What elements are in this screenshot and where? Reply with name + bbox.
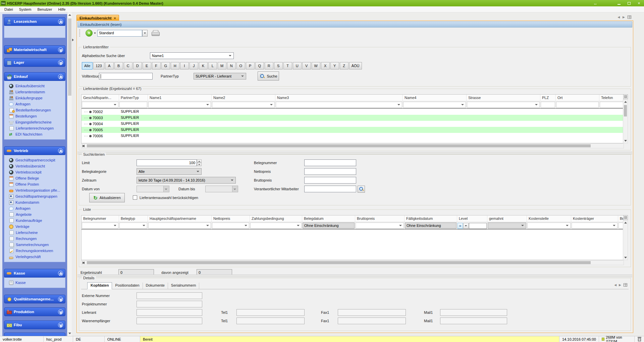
mitarbeiter-lookup-button[interactable]	[358, 186, 365, 193]
sidebar-section-materialwirtschaft[interactable]: Materialwirtschaft	[4, 45, 65, 54]
alpha-field-combo[interactable]: Name1	[150, 52, 234, 59]
filter-input[interactable]	[541, 102, 555, 108]
faelligkeitsdatum-filter[interactable]: Ohne Einschränkung	[405, 223, 457, 229]
filter-input[interactable]	[119, 102, 147, 108]
sidebar-item[interactable]: Anfragen	[5, 101, 64, 107]
menu-benutzer[interactable]: Benutzer	[34, 6, 55, 12]
supplier-vscrollbar[interactable]	[623, 99, 628, 143]
alpha-filter-button[interactable]: M	[218, 62, 226, 69]
add-dropdown-icon[interactable]	[94, 33, 96, 34]
column-header[interactable]: Belegtyp	[119, 215, 148, 222]
tab-list-icon[interactable]	[624, 283, 627, 287]
column-header[interactable]: Belegdatum	[302, 215, 355, 222]
column-header[interactable]: PLZ	[540, 95, 556, 101]
expand-chevron-icon[interactable]	[58, 323, 63, 328]
alpha-filter-button[interactable]: E	[143, 62, 151, 69]
sidebar-item[interactable]: Lieferscheine	[5, 230, 64, 236]
suche-button[interactable]: Suche	[258, 71, 279, 81]
alpha-filter-button[interactable]: I	[180, 62, 189, 69]
alpha-filter-button[interactable]: C	[124, 62, 132, 69]
column-header[interactable]: gemahnt	[487, 215, 527, 222]
details-tab[interactable]: Dokumente	[143, 283, 168, 289]
column-header[interactable]: PartnerTyp	[119, 95, 148, 101]
alpha-filter-button[interactable]: L	[208, 62, 217, 69]
alpha-filter-button[interactable]: W	[312, 62, 320, 69]
column-header[interactable]: Name2	[212, 95, 275, 101]
alpha-filter-button[interactable]: K	[199, 62, 208, 69]
warenempfaenger-field[interactable]	[137, 317, 202, 324]
warenempfaenger-tel1-field[interactable]	[236, 317, 305, 324]
sidebar-section-einkauf[interactable]: Einkauf	[4, 72, 65, 81]
alpha-filter-button[interactable]: D	[133, 62, 142, 69]
alpha-filter-button[interactable]: R	[265, 62, 273, 69]
alpha-filter-button[interactable]: F	[152, 62, 161, 69]
sidebar-splitter[interactable]	[72, 12, 74, 336]
horizontal-splitter[interactable]	[77, 152, 632, 154]
column-chooser-button[interactable]	[623, 94, 628, 99]
sidebar-item[interactable]: Einkäufergruppe	[5, 95, 64, 101]
sidebar-section-vertrieb[interactable]: Vertrieb	[4, 146, 65, 155]
supplier-row[interactable]: 70002 SUPPLIER	[82, 109, 624, 115]
filter-combo[interactable]	[467, 102, 540, 108]
scrollbar-thumb[interactable]	[624, 105, 627, 116]
level-operator-button[interactable]: =	[458, 223, 463, 229]
column-header[interactable]: Kostenstelle	[527, 215, 571, 222]
menu-datei[interactable]: Datei	[1, 6, 16, 12]
column-header[interactable]: Belegnummer	[82, 215, 119, 222]
supplier-hscrollbar[interactable]	[81, 143, 624, 148]
alpha-filter-button[interactable]: U	[293, 62, 302, 69]
level-operator-dropdown-icon[interactable]	[463, 223, 469, 229]
column-header[interactable]: Nettopreis	[212, 215, 250, 222]
sidebar-section-lesezeichen[interactable]: Lesezeichen	[4, 17, 65, 26]
alpha-filter-button[interactable]: B	[114, 62, 123, 69]
column-header[interactable]: Telefon	[599, 95, 624, 101]
horizontal-splitter[interactable]	[77, 275, 632, 277]
bruttopreis-input[interactable]	[304, 177, 356, 184]
column-header[interactable]: Name4	[403, 95, 467, 101]
sidebar-item[interactable]: Vertriebsorganisation pfle...	[5, 187, 64, 193]
filter-combo[interactable]	[82, 223, 118, 229]
sidebar-item[interactable]: Anfragen	[5, 205, 64, 211]
spin-up-icon[interactable]	[197, 159, 202, 163]
expand-chevron-icon[interactable]	[58, 47, 63, 52]
sidebar-item[interactable]: Kundenaufträge	[5, 217, 64, 224]
sidebar-item[interactable]: Lieferantenrechnungen	[5, 125, 64, 131]
sidebar-item[interactable]: Offene Belege	[5, 175, 64, 181]
sidebar-item[interactable]: Kasse	[5, 280, 64, 286]
mitarbeiter-input[interactable]	[304, 186, 356, 192]
scroll-right-icon[interactable]	[83, 261, 84, 264]
sidebar-item[interactable]: Verträge	[5, 224, 64, 230]
collapse-chevron-icon[interactable]	[58, 148, 63, 153]
maximize-button[interactable]	[624, 0, 634, 6]
scroll-up-icon[interactable]	[68, 14, 71, 16]
lieferant-mail1-field[interactable]	[440, 309, 507, 316]
sidebar-item[interactable]: Kundenstamm	[5, 199, 64, 205]
datum-von-picker[interactable]	[137, 186, 169, 192]
expand-chevron-icon[interactable]	[58, 60, 63, 65]
close-button[interactable]: ×	[634, 0, 644, 6]
alpha-filter-button[interactable]: O	[236, 62, 245, 69]
zeitraum-combo[interactable]: letzte 30 Tage (14.09.2016 - 14.10.2016)	[137, 177, 236, 184]
result-hscrollbar[interactable]	[81, 260, 624, 265]
belegdatum-filter[interactable]: Ohne Einschränkung	[303, 223, 355, 229]
expand-chevron-icon[interactable]	[58, 297, 63, 302]
externe-nummer-field[interactable]	[137, 292, 202, 299]
sidebar-scrollbar[interactable]	[67, 12, 72, 336]
filter-combo[interactable]	[148, 223, 211, 229]
alpha-filter-button[interactable]: 123	[93, 62, 104, 69]
sidebar-section-kasse[interactable]: Kasse	[4, 269, 65, 278]
alpha-filter-button[interactable]: ÄÖÜ	[349, 62, 362, 69]
alpha-filter-button[interactable]: Q	[255, 62, 264, 69]
collapse-chevron-icon[interactable]	[58, 19, 63, 24]
warenempfaenger-mail1-field[interactable]	[440, 317, 507, 324]
alpha-filter-button[interactable]: J	[190, 62, 198, 69]
tab-close-icon[interactable]: ×	[114, 16, 116, 20]
menu-system[interactable]: System	[16, 6, 35, 12]
alpha-filter-button[interactable]: H	[171, 62, 179, 69]
scroll-down-icon[interactable]	[624, 140, 627, 142]
column-header[interactable]: Name1	[148, 95, 212, 101]
collapse-chevron-icon[interactable]	[58, 271, 63, 276]
sidebar-item[interactable]: Angebote	[5, 211, 64, 217]
alpha-filter-button[interactable]: Alle	[82, 62, 93, 69]
scroll-up-icon[interactable]	[624, 222, 627, 224]
